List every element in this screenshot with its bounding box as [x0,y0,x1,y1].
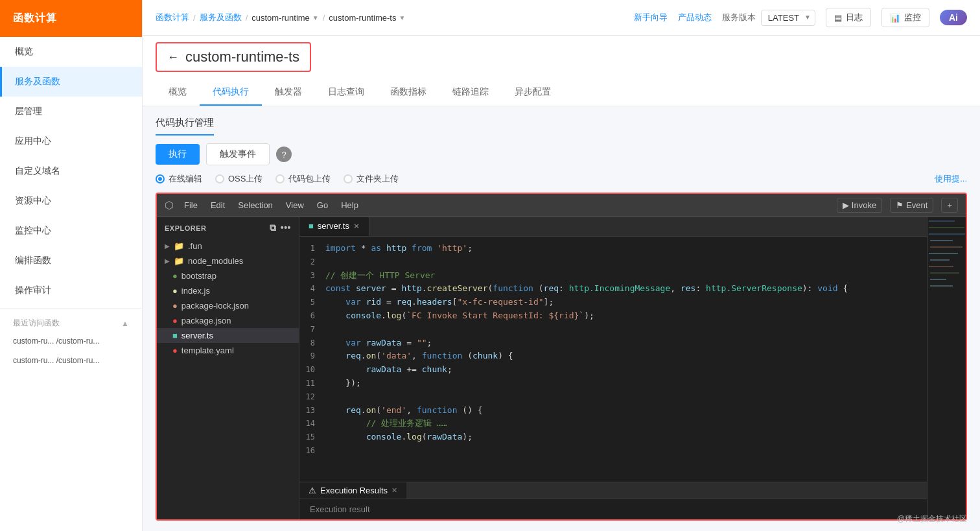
sidebar-item-editor[interactable]: 编排函数 [0,246,142,276]
code-line-13: 13 req.on('end', function () { [299,404,927,418]
tab-logquery[interactable]: 日志查询 [315,80,377,106]
svg-rect-2 [929,233,965,235]
newbie-guide-link[interactable]: 新手向导 [634,12,668,23]
file-indexjs[interactable]: ● index.js [157,283,299,298]
ai-badge[interactable]: Ai [940,10,967,25]
line-num-12: 12 [299,391,325,403]
explorer-more-icon[interactable]: ••• [281,222,291,233]
menu-help[interactable]: Help [338,199,361,211]
monitor-icon: 📊 [890,13,900,23]
radio-row: 在线编辑 OSS上传 代码包上传 文件夹上传 使用提... [156,173,967,185]
sidebar-item-monitor[interactable]: 监控中心 [0,216,142,246]
breadcrumb-services[interactable]: 服务及函数 [200,12,242,23]
line-content-14: // 处理业务逻辑 …… [325,417,447,431]
line-num-2: 2 [299,256,325,268]
radio-folder[interactable]: 文件夹上传 [344,173,399,185]
line-num-8: 8 [299,337,325,349]
line-num-6: 6 [299,310,325,322]
code-tab-close-icon[interactable]: ✕ [353,222,360,231]
code-tab-serverts[interactable]: ■ server.ts ✕ [299,217,369,236]
tab-overview[interactable]: 概览 [156,80,200,106]
breadcrumb-runtime-arrow: ▼ [312,14,319,21]
breadcrumb-runtime-ts[interactable]: custom-runtime-ts ▼ [329,13,405,23]
sidebar-recent-item-1[interactable]: custom-ru... /custom-ru... [0,331,142,351]
code-content[interactable]: 1 import * as http from 'http'; 2 3 // 创… [299,237,927,482]
log-label: 日志 [846,12,863,23]
log-btn[interactable]: ▤ 日志 [826,8,871,27]
sidebar-item-services[interactable]: 服务及函数 [0,67,142,97]
sidebar-recent-item-2[interactable]: custom-ru... /custom-ru... [0,351,142,370]
tab-trigger[interactable]: 触发器 [262,80,315,106]
breadcrumb: 函数计算 / 服务及函数 / custom-runtime ▼ / custom… [156,12,405,23]
sidebar-item-appcenter[interactable]: 应用中心 [0,126,142,156]
menu-file[interactable]: File [181,199,200,211]
svg-rect-9 [930,279,946,280]
event-btn[interactable]: ⚑ Event [890,198,933,213]
sidebar-item-resources[interactable]: 资源中心 [0,186,142,216]
radio-online[interactable]: 在线编辑 [156,173,202,185]
code-line-2: 2 [299,255,927,269]
sidebar-item-audit[interactable]: 操作审计 [0,276,142,305]
breadcrumb-runtime-label: custom-runtime [251,13,310,23]
trigger-event-btn[interactable]: 触发事件 [206,143,270,165]
tab-metrics[interactable]: 函数指标 [377,80,439,106]
sidebar-logo: 函数计算 [0,0,142,37]
menu-view[interactable]: View [283,199,307,211]
version-dropdown[interactable]: LATEST ▼ [761,10,815,26]
back-arrow-icon[interactable]: ← [167,51,179,64]
line-num-4: 4 [299,283,325,295]
file-icon: ● [172,316,178,325]
explorer-copy-icon[interactable]: ⧉ [270,222,277,233]
invoke-btn[interactable]: ▶ Invoke [837,198,882,213]
file-name: server.ts [181,331,213,340]
execute-btn[interactable]: 执行 [156,144,200,165]
file-serverts[interactable]: ■ server.ts [157,328,299,343]
tab-async[interactable]: 异步配置 [502,80,564,106]
breadcrumb-runtime[interactable]: custom-runtime ▼ [251,13,318,23]
sidebar-item-customdomain[interactable]: 自定义域名 [0,156,142,186]
radio-codepkg[interactable]: 代码包上传 [275,173,331,185]
file-packagelock[interactable]: ● package-lock.json [157,298,299,313]
radio-oss[interactable]: OSS上传 [215,173,262,185]
line-content-9: req.on('data', function (chunk) { [325,349,513,363]
execution-result-label: Execution result [310,504,370,514]
radio-codepkg-dot [275,174,285,183]
folder-arrow-icon: ▶ [165,242,170,250]
code-line-3: 3 // 创建一个 HTTP Server [299,269,927,283]
menu-edit[interactable]: Edit [208,199,228,211]
file-nodemodules-folder[interactable]: ▶ 📁 node_modules [157,254,299,268]
bottom-tab-close-icon[interactable]: ✕ [391,486,397,495]
radio-codepkg-label: 代码包上传 [288,173,331,185]
version-dropdown-arrow: ▼ [804,14,811,21]
line-num-13: 13 [299,405,325,417]
breadcrumb-runtime-ts-label: custom-runtime-ts [329,13,396,23]
file-fun-folder[interactable]: ▶ 📁 .fun [157,239,299,254]
product-dynamics-link[interactable]: 产品动态 [678,12,712,23]
file-tree: ▶ 📁 .fun ▶ 📁 node_modules ● bootstrap [157,239,299,519]
use-link[interactable]: 使用提... [935,173,967,185]
monitor-btn[interactable]: 📊 监控 [881,8,929,27]
file-name: .fun [188,241,202,251]
tab-trace[interactable]: 链路追踪 [439,80,502,106]
tab-code[interactable]: 代码执行 [200,80,262,106]
file-packagejson[interactable]: ● package.json [157,313,299,328]
tab-file-name: server.ts [318,221,349,231]
sidebar-item-layers[interactable]: 层管理 [0,97,142,126]
file-bootstrap[interactable]: ● bootstrap [157,268,299,283]
file-icon: ● [172,271,178,281]
breadcrumb-functions[interactable]: 函数计算 [156,12,189,23]
sidebar-recent-collapse-icon[interactable]: ▲ [121,319,129,328]
folder-icon: 📁 [174,241,184,251]
plus-btn[interactable]: + [941,198,958,213]
line-num-3: 3 [299,270,325,282]
file-templateyaml[interactable]: ● template.yaml [157,343,299,358]
bottom-content: Execution result [299,499,927,519]
file-icon: ● [172,301,178,311]
line-num-9: 9 [299,350,325,362]
bottom-tab-results[interactable]: ⚠ Execution Results ✕ [299,482,406,499]
menu-go[interactable]: Go [314,199,331,211]
editor-logo-icon: ⬡ [165,199,174,211]
help-btn[interactable]: ? [276,147,292,162]
menu-selection[interactable]: Selection [235,199,275,211]
sidebar-item-overview[interactable]: 概览 [0,37,142,67]
